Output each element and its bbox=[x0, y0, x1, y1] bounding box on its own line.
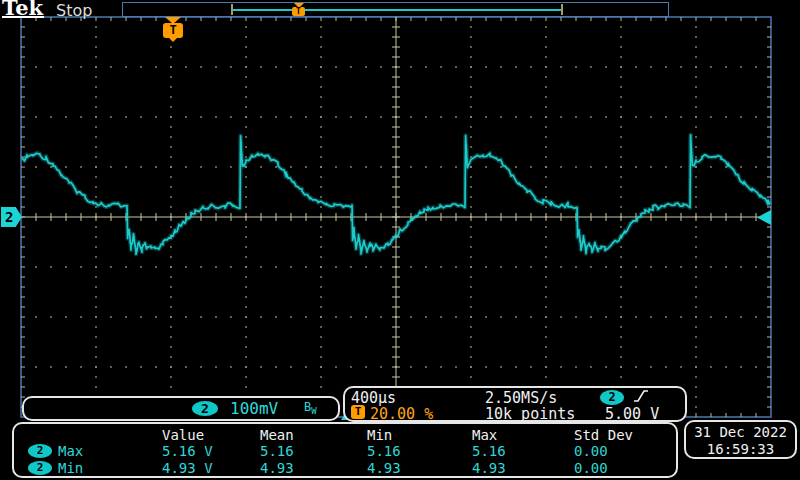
measurement-max: 5.16 bbox=[472, 443, 506, 459]
measurement-mean: 5.16 bbox=[260, 443, 294, 459]
record-window-left-bracket bbox=[231, 4, 233, 15]
channel2-readout-box[interactable]: 2 100mV BW bbox=[22, 396, 340, 421]
trigger-position-marker[interactable]: T bbox=[162, 17, 184, 42]
trigger-position-percent: 20.00 % bbox=[370, 405, 433, 423]
record-window-line bbox=[233, 9, 562, 11]
channel2-badge: 2 bbox=[192, 401, 218, 416]
col-header-mean: Mean bbox=[260, 427, 294, 443]
trigger-source-badge: 2 bbox=[600, 390, 624, 405]
col-header-max: Max bbox=[472, 427, 497, 443]
col-header-value: Value bbox=[162, 427, 204, 443]
measurement-row-max: 2 Max 5.16 V 5.16 5.16 5.16 0.00 bbox=[14, 443, 676, 460]
measurement-stddev: 0.00 bbox=[574, 460, 608, 476]
measurement-name: Max bbox=[58, 443, 83, 459]
measurement-row-min: 2 Min 4.93 V 4.93 4.93 4.93 0.00 bbox=[14, 460, 676, 477]
measurement-value: 5.16 V bbox=[162, 443, 213, 459]
channel2-badge: 2 bbox=[28, 461, 52, 475]
record-window-right-bracket bbox=[561, 4, 563, 15]
measurement-value: 4.93 V bbox=[162, 460, 213, 476]
measurement-min: 5.16 bbox=[367, 443, 401, 459]
bw-sub-letter: W bbox=[311, 406, 316, 416]
time-display: 16:59:33 bbox=[686, 441, 795, 458]
datetime-box: 31 Dec 2022 16:59:33 bbox=[684, 420, 797, 459]
channel2-badge: 2 bbox=[28, 444, 52, 458]
measurement-min: 4.93 bbox=[367, 460, 401, 476]
horizontal-trigger-readout-box[interactable]: 400µs 2.50MS/s 2 T 20.00 % 10k points 5.… bbox=[343, 386, 687, 422]
trigger-t-icon: T bbox=[292, 7, 305, 16]
measurement-mean: 4.93 bbox=[260, 460, 294, 476]
trigger-marker-tip bbox=[169, 38, 177, 42]
measurement-max: 4.93 bbox=[472, 460, 506, 476]
trigger-position-icon[interactable]: T bbox=[292, 3, 306, 16]
trigger-t-badge: T bbox=[351, 405, 365, 419]
trigger-level-value: 5.00 V bbox=[605, 405, 659, 423]
bandwidth-limit-icon: BW bbox=[304, 400, 317, 416]
oscilloscope-screen: Tek Stop T T 2 2 100mV BW 400µs 2.50MS/s… bbox=[0, 0, 800, 480]
acquisition-status: Stop bbox=[56, 1, 92, 20]
trigger-level-arrow[interactable] bbox=[757, 210, 771, 225]
measurements-box: Value Mean Min Max Std Dev 2 Max 5.16 V … bbox=[12, 422, 678, 478]
col-header-stddev: Std Dev bbox=[574, 427, 633, 443]
acquisition-preview-bar: T bbox=[122, 2, 669, 17]
channel2-scale: 100mV bbox=[230, 399, 278, 418]
trigger-t-icon: T bbox=[163, 23, 183, 38]
col-header-min: Min bbox=[367, 427, 392, 443]
measurement-name: Min bbox=[58, 460, 83, 476]
date-display: 31 Dec 2022 bbox=[686, 424, 795, 441]
channel2-ground-marker[interactable]: 2 bbox=[1, 207, 22, 227]
tek-logo: Tek bbox=[2, 0, 44, 18]
measurement-stddev: 0.00 bbox=[574, 443, 608, 459]
record-length: 10k points bbox=[485, 405, 575, 423]
